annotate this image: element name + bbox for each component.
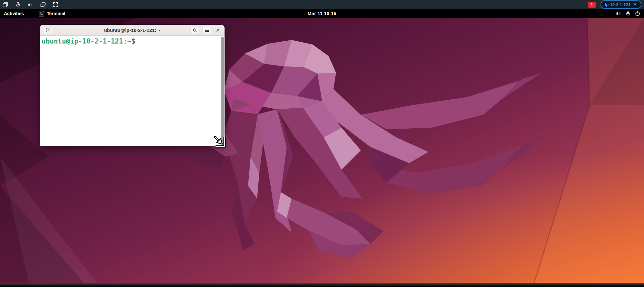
host-menu-button[interactable]: ip-10-2-1-121	[601, 0, 641, 9]
clipboard-copy-icon[interactable]	[3, 2, 8, 7]
terminal-icon: >_	[39, 11, 44, 16]
fullscreen-icon[interactable]	[53, 2, 58, 7]
gnome-top-bar: Activities >_ Terminal Mar 11 10:15	[0, 9, 644, 18]
power-icon	[635, 11, 640, 16]
bottom-edge-strip	[0, 283, 644, 287]
speaker-icon[interactable]	[28, 2, 33, 7]
resize-cursor	[213, 135, 227, 148]
terminal-content[interactable]: ubuntu@ip-10-2-1-121:~$	[40, 36, 225, 146]
prompt-symbol: $	[131, 37, 135, 45]
window-title: ubuntu@ip-10-2-1-121: ~	[104, 27, 160, 33]
microphone-icon[interactable]	[15, 2, 21, 7]
close-button[interactable]	[214, 27, 221, 34]
windows-icon[interactable]	[40, 2, 46, 7]
app-indicator-terminal[interactable]: >_ Terminal	[39, 11, 65, 16]
clock[interactable]: Mar 11 10:15	[308, 11, 336, 16]
search-button[interactable]	[190, 27, 199, 34]
new-tab-button[interactable]	[43, 26, 53, 34]
terminal-window: ubuntu@ip-10-2-1-121: ~ ubuntu@ip-10-2-1…	[40, 25, 225, 146]
notification-badge[interactable]: 1	[588, 2, 596, 8]
terminal-titlebar[interactable]: ubuntu@ip-10-2-1-121: ~	[40, 25, 225, 36]
host-label: ip-10-2-1-121	[605, 2, 630, 7]
titlebar-actions	[190, 27, 221, 34]
app-indicator-label: Terminal	[47, 11, 65, 16]
microphone-status-icon	[626, 11, 630, 16]
system-status-area[interactable]	[616, 11, 640, 16]
prompt-path: ~	[127, 37, 131, 45]
prompt-colon: :	[123, 37, 127, 45]
desktop-screen: 1 ip-10-2-1-121 Activities >_ Terminal M…	[0, 0, 644, 287]
vnc-toolbar-icons	[3, 2, 58, 7]
dropdown-caret-icon	[633, 4, 637, 6]
menu-button[interactable]	[202, 27, 211, 34]
vnc-toolbar: 1 ip-10-2-1-121	[0, 0, 644, 9]
terminal-scrollbar[interactable]	[221, 37, 224, 144]
volume-icon	[616, 11, 621, 16]
prompt-user-host: ubuntu@ip-10-2-1-121	[42, 37, 123, 45]
vnc-toolbar-right: 1 ip-10-2-1-121	[588, 0, 641, 9]
activities-button[interactable]: Activities	[4, 11, 24, 16]
